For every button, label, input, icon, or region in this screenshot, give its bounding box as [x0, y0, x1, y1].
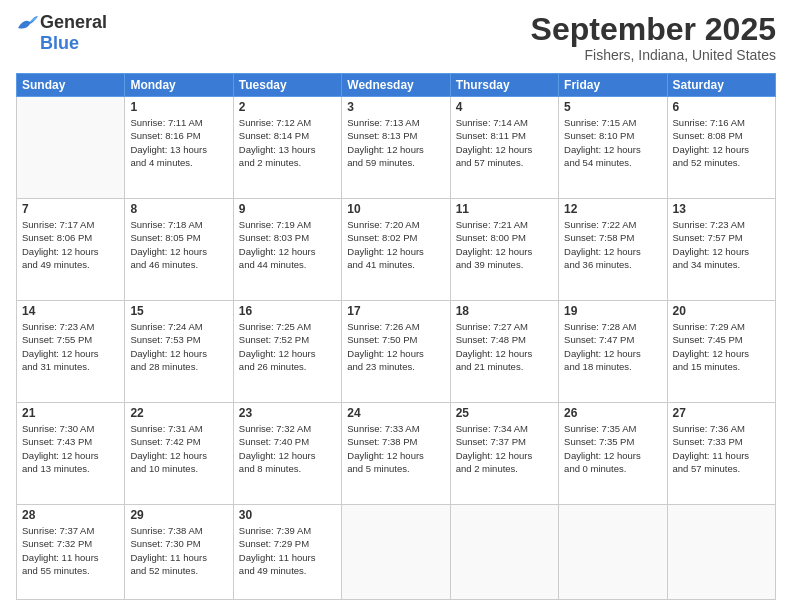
weekday-header-row: SundayMondayTuesdayWednesdayThursdayFrid… — [17, 74, 776, 97]
day-info: Sunrise: 7:30 AM Sunset: 7:43 PM Dayligh… — [22, 422, 119, 475]
calendar-cell: 15Sunrise: 7:24 AM Sunset: 7:53 PM Dayli… — [125, 301, 233, 403]
logo: General Blue — [16, 12, 107, 54]
location-subtitle: Fishers, Indiana, United States — [531, 47, 776, 63]
day-info: Sunrise: 7:18 AM Sunset: 8:05 PM Dayligh… — [130, 218, 227, 271]
calendar-cell: 10Sunrise: 7:20 AM Sunset: 8:02 PM Dayli… — [342, 199, 450, 301]
day-info: Sunrise: 7:19 AM Sunset: 8:03 PM Dayligh… — [239, 218, 336, 271]
day-number: 25 — [456, 406, 553, 420]
weekday-header-wednesday: Wednesday — [342, 74, 450, 97]
day-info: Sunrise: 7:20 AM Sunset: 8:02 PM Dayligh… — [347, 218, 444, 271]
day-info: Sunrise: 7:15 AM Sunset: 8:10 PM Dayligh… — [564, 116, 661, 169]
weekday-header-sunday: Sunday — [17, 74, 125, 97]
calendar-cell — [667, 505, 775, 600]
week-row-2: 7Sunrise: 7:17 AM Sunset: 8:06 PM Daylig… — [17, 199, 776, 301]
calendar-cell: 26Sunrise: 7:35 AM Sunset: 7:35 PM Dayli… — [559, 403, 667, 505]
calendar-cell: 25Sunrise: 7:34 AM Sunset: 7:37 PM Dayli… — [450, 403, 558, 505]
calendar-cell: 6Sunrise: 7:16 AM Sunset: 8:08 PM Daylig… — [667, 97, 775, 199]
logo-bird-icon — [16, 14, 38, 32]
day-number: 16 — [239, 304, 336, 318]
day-info: Sunrise: 7:38 AM Sunset: 7:30 PM Dayligh… — [130, 524, 227, 577]
day-number: 11 — [456, 202, 553, 216]
calendar-cell: 16Sunrise: 7:25 AM Sunset: 7:52 PM Dayli… — [233, 301, 341, 403]
day-info: Sunrise: 7:35 AM Sunset: 7:35 PM Dayligh… — [564, 422, 661, 475]
week-row-4: 21Sunrise: 7:30 AM Sunset: 7:43 PM Dayli… — [17, 403, 776, 505]
day-number: 10 — [347, 202, 444, 216]
weekday-header-friday: Friday — [559, 74, 667, 97]
calendar-cell: 28Sunrise: 7:37 AM Sunset: 7:32 PM Dayli… — [17, 505, 125, 600]
header: General Blue September 2025 Fishers, Ind… — [16, 12, 776, 63]
day-info: Sunrise: 7:37 AM Sunset: 7:32 PM Dayligh… — [22, 524, 119, 577]
calendar-cell: 3Sunrise: 7:13 AM Sunset: 8:13 PM Daylig… — [342, 97, 450, 199]
calendar-table: SundayMondayTuesdayWednesdayThursdayFrid… — [16, 73, 776, 600]
weekday-header-saturday: Saturday — [667, 74, 775, 97]
day-number: 21 — [22, 406, 119, 420]
day-info: Sunrise: 7:32 AM Sunset: 7:40 PM Dayligh… — [239, 422, 336, 475]
calendar-cell — [17, 97, 125, 199]
day-number: 24 — [347, 406, 444, 420]
day-number: 30 — [239, 508, 336, 522]
calendar-cell — [342, 505, 450, 600]
day-number: 3 — [347, 100, 444, 114]
month-title: September 2025 — [531, 12, 776, 47]
day-info: Sunrise: 7:33 AM Sunset: 7:38 PM Dayligh… — [347, 422, 444, 475]
day-number: 7 — [22, 202, 119, 216]
calendar-cell: 22Sunrise: 7:31 AM Sunset: 7:42 PM Dayli… — [125, 403, 233, 505]
day-info: Sunrise: 7:11 AM Sunset: 8:16 PM Dayligh… — [130, 116, 227, 169]
day-info: Sunrise: 7:29 AM Sunset: 7:45 PM Dayligh… — [673, 320, 770, 373]
day-number: 28 — [22, 508, 119, 522]
day-number: 19 — [564, 304, 661, 318]
day-number: 20 — [673, 304, 770, 318]
calendar-cell: 9Sunrise: 7:19 AM Sunset: 8:03 PM Daylig… — [233, 199, 341, 301]
day-info: Sunrise: 7:27 AM Sunset: 7:48 PM Dayligh… — [456, 320, 553, 373]
weekday-header-monday: Monday — [125, 74, 233, 97]
calendar-cell: 27Sunrise: 7:36 AM Sunset: 7:33 PM Dayli… — [667, 403, 775, 505]
day-number: 1 — [130, 100, 227, 114]
calendar-cell: 29Sunrise: 7:38 AM Sunset: 7:30 PM Dayli… — [125, 505, 233, 600]
page: General Blue September 2025 Fishers, Ind… — [0, 0, 792, 612]
day-number: 29 — [130, 508, 227, 522]
calendar-cell: 4Sunrise: 7:14 AM Sunset: 8:11 PM Daylig… — [450, 97, 558, 199]
day-number: 4 — [456, 100, 553, 114]
calendar-cell: 12Sunrise: 7:22 AM Sunset: 7:58 PM Dayli… — [559, 199, 667, 301]
title-area: September 2025 Fishers, Indiana, United … — [531, 12, 776, 63]
day-number: 14 — [22, 304, 119, 318]
day-number: 8 — [130, 202, 227, 216]
day-number: 27 — [673, 406, 770, 420]
day-info: Sunrise: 7:23 AM Sunset: 7:55 PM Dayligh… — [22, 320, 119, 373]
day-number: 18 — [456, 304, 553, 318]
day-info: Sunrise: 7:31 AM Sunset: 7:42 PM Dayligh… — [130, 422, 227, 475]
day-number: 12 — [564, 202, 661, 216]
day-info: Sunrise: 7:26 AM Sunset: 7:50 PM Dayligh… — [347, 320, 444, 373]
calendar-cell — [450, 505, 558, 600]
week-row-5: 28Sunrise: 7:37 AM Sunset: 7:32 PM Dayli… — [17, 505, 776, 600]
day-info: Sunrise: 7:21 AM Sunset: 8:00 PM Dayligh… — [456, 218, 553, 271]
day-number: 6 — [673, 100, 770, 114]
calendar-cell: 1Sunrise: 7:11 AM Sunset: 8:16 PM Daylig… — [125, 97, 233, 199]
calendar-cell: 21Sunrise: 7:30 AM Sunset: 7:43 PM Dayli… — [17, 403, 125, 505]
day-number: 17 — [347, 304, 444, 318]
day-number: 2 — [239, 100, 336, 114]
calendar-cell: 18Sunrise: 7:27 AM Sunset: 7:48 PM Dayli… — [450, 301, 558, 403]
day-info: Sunrise: 7:36 AM Sunset: 7:33 PM Dayligh… — [673, 422, 770, 475]
day-info: Sunrise: 7:28 AM Sunset: 7:47 PM Dayligh… — [564, 320, 661, 373]
weekday-header-thursday: Thursday — [450, 74, 558, 97]
day-number: 22 — [130, 406, 227, 420]
calendar-cell: 13Sunrise: 7:23 AM Sunset: 7:57 PM Dayli… — [667, 199, 775, 301]
day-info: Sunrise: 7:13 AM Sunset: 8:13 PM Dayligh… — [347, 116, 444, 169]
calendar-cell: 14Sunrise: 7:23 AM Sunset: 7:55 PM Dayli… — [17, 301, 125, 403]
day-number: 23 — [239, 406, 336, 420]
day-number: 26 — [564, 406, 661, 420]
calendar-cell — [559, 505, 667, 600]
day-info: Sunrise: 7:25 AM Sunset: 7:52 PM Dayligh… — [239, 320, 336, 373]
calendar-cell: 7Sunrise: 7:17 AM Sunset: 8:06 PM Daylig… — [17, 199, 125, 301]
day-info: Sunrise: 7:14 AM Sunset: 8:11 PM Dayligh… — [456, 116, 553, 169]
logo-blue: Blue — [40, 33, 79, 54]
day-info: Sunrise: 7:24 AM Sunset: 7:53 PM Dayligh… — [130, 320, 227, 373]
week-row-1: 1Sunrise: 7:11 AM Sunset: 8:16 PM Daylig… — [17, 97, 776, 199]
day-number: 15 — [130, 304, 227, 318]
day-info: Sunrise: 7:34 AM Sunset: 7:37 PM Dayligh… — [456, 422, 553, 475]
calendar-cell: 2Sunrise: 7:12 AM Sunset: 8:14 PM Daylig… — [233, 97, 341, 199]
day-info: Sunrise: 7:39 AM Sunset: 7:29 PM Dayligh… — [239, 524, 336, 577]
day-info: Sunrise: 7:22 AM Sunset: 7:58 PM Dayligh… — [564, 218, 661, 271]
day-number: 9 — [239, 202, 336, 216]
